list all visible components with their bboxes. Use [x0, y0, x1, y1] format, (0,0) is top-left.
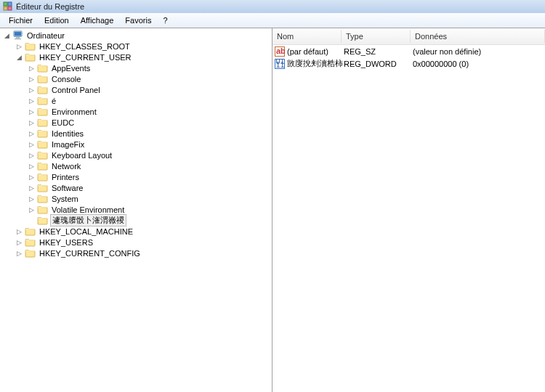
folder-icon	[25, 52, 36, 62]
tree-hive-hkey-current-config[interactable]: ▷HKEY_CURRENT_CONFIG	[0, 248, 272, 258]
tree-key[interactable]: ▷Console	[0, 73, 272, 84]
folder-icon	[37, 183, 48, 192]
menu-help[interactable]: ?	[157, 15, 173, 26]
tree-key[interactable]: ▷ImageFix	[0, 139, 272, 150]
folder-icon	[37, 172, 48, 181]
tree-label: AppEvents	[50, 64, 92, 73]
tree-key[interactable]: ▷遽瑰隳骰卜潅渭嶶禝	[0, 215, 272, 226]
header-nom[interactable]: Nom	[272, 30, 342, 43]
header-type[interactable]: Type	[342, 30, 411, 43]
folder-icon	[37, 216, 48, 225]
folder-icon	[25, 226, 36, 236]
value-name: (par défaut)	[287, 47, 328, 56]
tree-hive-hkey-current-user[interactable]: ◢HKEY_CURRENT_USER	[0, 52, 272, 62]
chevron-right-icon[interactable]: ▷	[28, 205, 36, 213]
list-row[interactable]: (par défaut)REG_SZ(valeur non définie)	[272, 45, 545, 57]
regedit-icon	[3, 1, 13, 12]
tree-label: System	[50, 195, 80, 203]
tree-label: Volatile Environment	[50, 205, 126, 214]
value-name: 敳廀挩刾瀆梏柿	[287, 58, 343, 69]
window-title: Éditeur du Registre	[16, 2, 84, 11]
header-data[interactable]: Données	[411, 30, 545, 43]
folder-icon	[37, 118, 48, 127]
value-data: 0x00000000 (0)	[413, 60, 545, 68]
chevron-right-icon[interactable]: ▷	[28, 195, 36, 203]
list-header: Nom Type Données	[272, 28, 545, 45]
tree-label: HKEY_USERS	[38, 238, 94, 247]
list-row[interactable]: 敳廀挩刾瀆梏柿REG_DWORD0x00000000 (0)	[272, 57, 545, 70]
folder-icon	[37, 128, 48, 138]
chevron-down-icon[interactable]: ◢	[15, 53, 23, 61]
folder-icon	[37, 85, 48, 94]
tree-label: Console	[50, 75, 82, 83]
tree-label: EUDC	[50, 118, 76, 127]
chevron-right-icon[interactable]: ▷	[28, 162, 36, 170]
list-panel: Nom Type Données (par défaut)REG_SZ(vale…	[272, 28, 545, 392]
tree-label: Identities	[50, 129, 85, 138]
menu-fichier[interactable]: Fichier	[3, 15, 39, 26]
chevron-right-icon[interactable]: ▷	[28, 140, 36, 148]
value-type: REG_DWORD	[344, 60, 413, 68]
tree-key[interactable]: ▷Software	[0, 182, 272, 193]
folder-icon	[25, 237, 36, 247]
tree-label: HKEY_CURRENT_USER	[38, 53, 133, 62]
folder-icon	[37, 139, 48, 149]
folder-icon	[25, 41, 36, 51]
tree-label: Printers	[50, 173, 81, 181]
tree-label: Environment	[50, 107, 98, 116]
tree-label: Network	[50, 162, 82, 171]
value-string-icon	[275, 46, 285, 57]
folder-icon	[37, 205, 48, 214]
tree-label: 遽瑰隳骰卜潅渭嶶禝	[50, 214, 126, 226]
computer-icon	[12, 30, 23, 40]
folder-icon	[37, 107, 48, 116]
menu-favoris[interactable]: Favoris	[119, 15, 157, 26]
tree-key[interactable]: ▷Network	[0, 160, 272, 171]
chevron-right-icon[interactable]: ▷	[28, 64, 36, 72]
tree-hive-hkey-local-machine[interactable]: ▷HKEY_LOCAL_MACHINE	[0, 226, 272, 237]
tree-label: HKEY_LOCAL_MACHINE	[38, 227, 134, 236]
folder-icon	[37, 96, 48, 105]
chevron-right-icon[interactable]: ▷	[28, 75, 36, 83]
chevron-right-icon[interactable]: ▷	[15, 249, 23, 257]
chevron-right-icon[interactable]: ▷	[28, 97, 36, 105]
folder-icon	[37, 161, 48, 171]
chevron-right-icon[interactable]: ▷	[28, 107, 36, 115]
menubar: Fichier Edition Affichage Favoris ?	[0, 13, 545, 28]
tree-key[interactable]: ▷é	[0, 95, 272, 106]
tree-panel[interactable]: ◢Ordinateur▷HKEY_CLASSES_ROOT◢HKEY_CURRE…	[0, 28, 272, 392]
tree-label: Control Panel	[50, 86, 102, 94]
chevron-right-icon[interactable]: ▷	[28, 86, 36, 94]
value-binary-icon	[275, 59, 285, 69]
menu-edition[interactable]: Edition	[39, 15, 75, 26]
tree-root[interactable]: ◢Ordinateur	[0, 30, 272, 41]
chevron-right-icon[interactable]: ▷	[15, 238, 23, 246]
tree-key[interactable]: ▷System	[0, 193, 272, 204]
list-rows: (par défaut)REG_SZ(valeur non définie)敳廀…	[272, 45, 545, 70]
folder-icon	[37, 74, 48, 83]
chevron-right-icon[interactable]: ▷	[28, 129, 36, 137]
titlebar: Éditeur du Registre	[0, 0, 545, 13]
tree-key[interactable]: ▷Printers	[0, 171, 272, 182]
tree-hive-hkey-classes-root[interactable]: ▷HKEY_CLASSES_ROOT	[0, 41, 272, 52]
menu-affichage[interactable]: Affichage	[75, 15, 120, 26]
chevron-right-icon[interactable]: ▷	[28, 151, 36, 159]
chevron-down-icon[interactable]: ◢	[3, 31, 11, 39]
tree-key[interactable]: ▷Identities	[0, 128, 272, 139]
value-type: REG_SZ	[344, 47, 413, 56]
chevron-right-icon[interactable]: ▷	[15, 42, 23, 50]
tree-key[interactable]: ▷EUDC	[0, 117, 272, 128]
tree-key[interactable]: ▷Environment	[0, 106, 272, 117]
chevron-right-icon[interactable]: ▷	[28, 118, 36, 126]
tree-label: Software	[50, 184, 84, 192]
tree-key[interactable]: ▷Control Panel	[0, 84, 272, 95]
tree-key[interactable]: ▷Volatile Environment	[0, 204, 272, 215]
chevron-right-icon[interactable]: ▷	[28, 173, 36, 181]
chevron-right-icon[interactable]: ▷	[15, 227, 23, 235]
tree-key[interactable]: ▷Keyboard Layout	[0, 150, 272, 160]
tree-hive-hkey-users[interactable]: ▷HKEY_USERS	[0, 237, 272, 248]
tree-key[interactable]: ▷AppEvents	[0, 62, 272, 73]
chevron-right-icon[interactable]: ▷	[28, 184, 36, 192]
folder-icon	[37, 194, 48, 203]
tree-label: HKEY_CLASSES_ROOT	[38, 42, 132, 51]
